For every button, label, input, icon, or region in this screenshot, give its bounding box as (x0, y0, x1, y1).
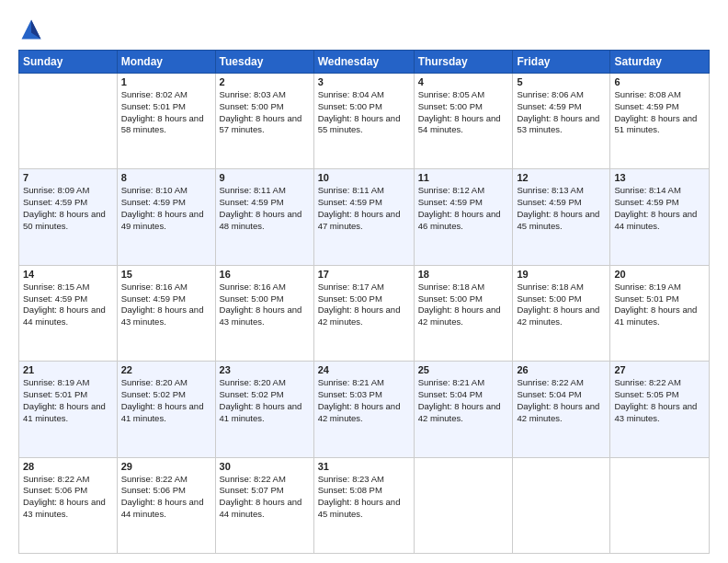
cell-content: Sunrise: 8:10 AMSunset: 4:59 PMDaylight:… (121, 185, 204, 230)
cell-content: Sunrise: 8:16 AMSunset: 4:59 PMDaylight:… (121, 282, 204, 327)
day-number: 6 (614, 76, 705, 87)
day-number: 15 (121, 269, 211, 280)
cell-content: Sunrise: 8:19 AMSunset: 5:01 PMDaylight:… (614, 282, 697, 327)
day-number: 7 (23, 172, 113, 183)
day-number: 3 (318, 76, 410, 87)
calendar-cell: 23Sunrise: 8:20 AMSunset: 5:02 PMDayligh… (215, 362, 313, 457)
day-number: 20 (614, 269, 705, 280)
day-number: 16 (220, 269, 310, 280)
day-number: 29 (121, 461, 211, 472)
calendar-cell: 10Sunrise: 8:11 AMSunset: 4:59 PMDayligh… (313, 169, 414, 265)
calendar-cell: 30Sunrise: 8:22 AMSunset: 5:07 PMDayligh… (215, 457, 313, 553)
week-row-1: 1Sunrise: 8:02 AMSunset: 5:01 PMDaylight… (19, 74, 710, 169)
cell-content: Sunrise: 8:23 AMSunset: 5:08 PMDaylight:… (318, 474, 401, 519)
weekday-header-friday: Friday (513, 51, 610, 74)
cell-content: Sunrise: 8:20 AMSunset: 5:02 PMDaylight:… (121, 377, 204, 422)
weekday-header-tuesday: Tuesday (215, 51, 313, 74)
weekday-header-saturday: Saturday (610, 51, 710, 74)
calendar-cell: 14Sunrise: 8:15 AMSunset: 4:59 PMDayligh… (19, 265, 118, 361)
calendar-cell: 29Sunrise: 8:22 AMSunset: 5:06 PMDayligh… (117, 457, 215, 553)
calendar-cell: 3Sunrise: 8:04 AMSunset: 5:00 PMDaylight… (313, 74, 414, 169)
cell-content: Sunrise: 8:22 AMSunset: 5:05 PMDaylight:… (614, 377, 697, 422)
day-number: 1 (121, 76, 211, 87)
cell-content: Sunrise: 8:04 AMSunset: 5:00 PMDaylight:… (318, 89, 401, 134)
calendar-cell: 1Sunrise: 8:02 AMSunset: 5:01 PMDaylight… (117, 74, 215, 169)
cell-content: Sunrise: 8:18 AMSunset: 5:00 PMDaylight:… (418, 282, 501, 327)
calendar-cell: 13Sunrise: 8:14 AMSunset: 4:59 PMDayligh… (610, 169, 710, 265)
day-number: 17 (318, 269, 410, 280)
weekday-header-thursday: Thursday (414, 51, 513, 74)
calendar-cell: 31Sunrise: 8:23 AMSunset: 5:08 PMDayligh… (313, 457, 414, 553)
calendar-cell: 12Sunrise: 8:13 AMSunset: 4:59 PMDayligh… (513, 169, 610, 265)
day-number: 27 (614, 364, 705, 375)
calendar-cell: 9Sunrise: 8:11 AMSunset: 4:59 PMDaylight… (215, 169, 313, 265)
day-number: 18 (418, 269, 509, 280)
header (18, 17, 710, 42)
calendar-cell: 6Sunrise: 8:08 AMSunset: 4:59 PMDaylight… (610, 74, 710, 169)
calendar-cell: 8Sunrise: 8:10 AMSunset: 4:59 PMDaylight… (117, 169, 215, 265)
calendar-cell: 16Sunrise: 8:16 AMSunset: 5:00 PMDayligh… (215, 265, 313, 361)
cell-content: Sunrise: 8:21 AMSunset: 5:03 PMDaylight:… (318, 377, 401, 422)
cell-content: Sunrise: 8:19 AMSunset: 5:01 PMDaylight:… (23, 377, 106, 422)
day-number: 24 (318, 364, 410, 375)
week-row-3: 14Sunrise: 8:15 AMSunset: 4:59 PMDayligh… (19, 265, 710, 361)
cell-content: Sunrise: 8:08 AMSunset: 4:59 PMDaylight:… (614, 89, 697, 134)
calendar-cell: 22Sunrise: 8:20 AMSunset: 5:02 PMDayligh… (117, 362, 215, 457)
day-number: 21 (23, 364, 113, 375)
calendar-cell: 18Sunrise: 8:18 AMSunset: 5:00 PMDayligh… (414, 265, 513, 361)
cell-content: Sunrise: 8:17 AMSunset: 5:00 PMDaylight:… (318, 282, 401, 327)
day-number: 13 (614, 172, 705, 183)
cell-content: Sunrise: 8:20 AMSunset: 5:02 PMDaylight:… (220, 377, 302, 422)
calendar-cell: 7Sunrise: 8:09 AMSunset: 4:59 PMDaylight… (19, 169, 118, 265)
calendar-cell: 4Sunrise: 8:05 AMSunset: 5:00 PMDaylight… (414, 74, 513, 169)
week-row-2: 7Sunrise: 8:09 AMSunset: 4:59 PMDaylight… (19, 169, 710, 265)
cell-content: Sunrise: 8:06 AMSunset: 4:59 PMDaylight:… (517, 89, 599, 134)
day-number: 19 (517, 269, 606, 280)
cell-content: Sunrise: 8:22 AMSunset: 5:06 PMDaylight:… (23, 474, 106, 519)
cell-content: Sunrise: 8:09 AMSunset: 4:59 PMDaylight:… (23, 185, 106, 230)
week-row-4: 21Sunrise: 8:19 AMSunset: 5:01 PMDayligh… (19, 362, 710, 457)
cell-content: Sunrise: 8:18 AMSunset: 5:00 PMDaylight:… (517, 282, 599, 327)
calendar-cell: 20Sunrise: 8:19 AMSunset: 5:01 PMDayligh… (610, 265, 710, 361)
day-number: 10 (318, 172, 410, 183)
day-number: 25 (418, 364, 509, 375)
day-number: 31 (318, 461, 410, 472)
calendar-cell (513, 457, 610, 553)
calendar-cell (414, 457, 513, 553)
weekday-header-monday: Monday (117, 51, 215, 74)
calendar-cell: 25Sunrise: 8:21 AMSunset: 5:04 PMDayligh… (414, 362, 513, 457)
day-number: 11 (418, 172, 509, 183)
day-number: 5 (517, 76, 606, 87)
calendar-cell: 19Sunrise: 8:18 AMSunset: 5:00 PMDayligh… (513, 265, 610, 361)
cell-content: Sunrise: 8:16 AMSunset: 5:00 PMDaylight:… (220, 282, 302, 327)
calendar-cell (19, 74, 118, 169)
cell-content: Sunrise: 8:14 AMSunset: 4:59 PMDaylight:… (614, 185, 697, 230)
weekday-header-wednesday: Wednesday (313, 51, 414, 74)
calendar-cell: 26Sunrise: 8:22 AMSunset: 5:04 PMDayligh… (513, 362, 610, 457)
page: SundayMondayTuesdayWednesdayThursdayFrid… (0, 0, 728, 563)
cell-content: Sunrise: 8:05 AMSunset: 5:00 PMDaylight:… (418, 89, 501, 134)
calendar-table: SundayMondayTuesdayWednesdayThursdayFrid… (18, 50, 710, 554)
logo (18, 17, 48, 42)
calendar-cell: 24Sunrise: 8:21 AMSunset: 5:03 PMDayligh… (313, 362, 414, 457)
week-row-5: 28Sunrise: 8:22 AMSunset: 5:06 PMDayligh… (19, 457, 710, 553)
day-number: 22 (121, 364, 211, 375)
cell-content: Sunrise: 8:11 AMSunset: 4:59 PMDaylight:… (318, 185, 401, 230)
cell-content: Sunrise: 8:12 AMSunset: 4:59 PMDaylight:… (418, 185, 501, 230)
calendar-cell: 5Sunrise: 8:06 AMSunset: 4:59 PMDaylight… (513, 74, 610, 169)
calendar-cell (610, 457, 710, 553)
day-number: 2 (220, 76, 310, 87)
logo-icon (18, 17, 44, 42)
cell-content: Sunrise: 8:15 AMSunset: 4:59 PMDaylight:… (23, 282, 106, 327)
day-number: 4 (418, 76, 509, 87)
cell-content: Sunrise: 8:02 AMSunset: 5:01 PMDaylight:… (121, 89, 204, 134)
calendar-cell: 28Sunrise: 8:22 AMSunset: 5:06 PMDayligh… (19, 457, 118, 553)
cell-content: Sunrise: 8:22 AMSunset: 5:04 PMDaylight:… (517, 377, 599, 422)
day-number: 28 (23, 461, 113, 472)
calendar-cell: 15Sunrise: 8:16 AMSunset: 4:59 PMDayligh… (117, 265, 215, 361)
day-number: 26 (517, 364, 606, 375)
day-number: 14 (23, 269, 113, 280)
cell-content: Sunrise: 8:21 AMSunset: 5:04 PMDaylight:… (418, 377, 501, 422)
calendar-cell: 11Sunrise: 8:12 AMSunset: 4:59 PMDayligh… (414, 169, 513, 265)
calendar-cell: 27Sunrise: 8:22 AMSunset: 5:05 PMDayligh… (610, 362, 710, 457)
